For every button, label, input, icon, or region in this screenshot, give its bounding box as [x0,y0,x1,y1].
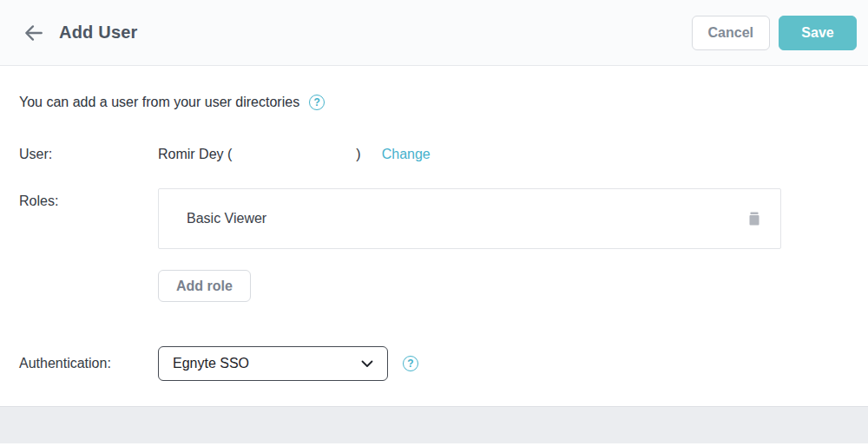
change-user-link[interactable]: Change [382,147,431,162]
roles-label: Roles: [19,188,158,209]
authentication-selected-value: Egnyte SSO [173,356,249,371]
authentication-help-icon[interactable]: ? [403,356,418,371]
authentication-select[interactable]: Egnyte SSO [158,346,388,381]
arrow-left-icon [23,22,45,44]
authentication-row: Authentication: Egnyte SSO ? [19,346,868,381]
role-list-item: Basic Viewer [158,188,781,249]
authentication-label: Authentication: [19,356,158,371]
intro-text: You can add a user from your user direct… [19,95,299,110]
cancel-button[interactable]: Cancel [692,16,770,50]
user-value-prefix: Romir Dey ( [158,147,232,162]
form-content: You can add a user from your user direct… [0,95,868,381]
role-name: Basic Viewer [187,211,746,226]
user-value: Romir Dey ( ) [158,147,361,162]
footer-bar [0,406,868,443]
user-label: User: [19,147,158,162]
back-button[interactable] [21,20,47,46]
user-value-suffix: ) [356,147,360,162]
redacted-email-gap [232,154,356,155]
trash-icon [747,211,761,226]
add-user-page: Add User Cancel Save You can add a user … [0,0,868,446]
save-button[interactable]: Save [779,16,857,50]
header-bar: Add User Cancel Save [0,0,868,66]
user-row: User: Romir Dey ( ) Change [19,147,868,162]
add-role-button[interactable]: Add role [158,270,251,302]
roles-column: Basic Viewer Add role [158,188,781,302]
page-title: Add User [59,23,138,43]
roles-row: Roles: Basic Viewer Add role [19,188,868,302]
delete-role-button[interactable] [746,209,763,228]
intro-row: You can add a user from your user direct… [19,95,868,110]
chevron-down-icon [361,360,373,368]
help-icon[interactable]: ? [309,95,325,110]
